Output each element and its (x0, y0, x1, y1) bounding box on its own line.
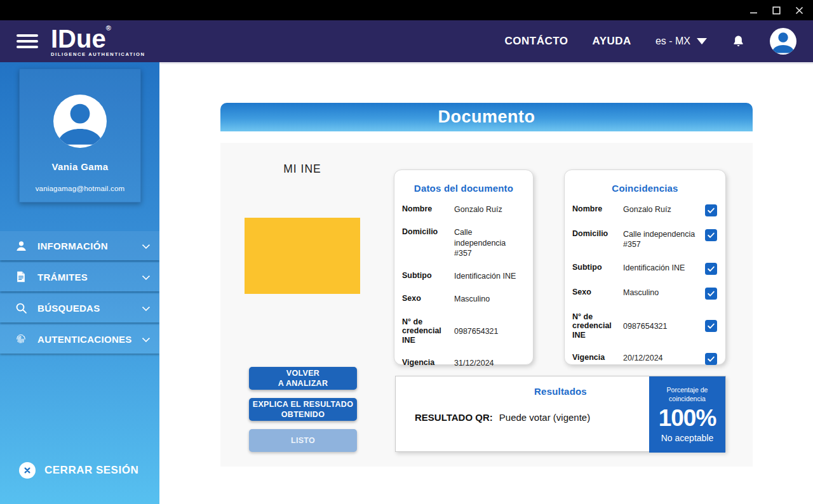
document-icon (14, 270, 28, 283)
match-percentage-caption: Porcentaje de coincidencia (649, 386, 725, 403)
nav-ayuda[interactable]: AYUDA (592, 35, 631, 48)
match-checkbox[interactable] (705, 204, 717, 216)
match-checkbox[interactable] (705, 288, 717, 300)
row-value: 20/12/2024 (623, 353, 700, 363)
results-box: Resultados RESULTADO QR:Puede votar (vig… (395, 376, 726, 452)
data-row-subtipo: Subtipo Identificación INE (402, 271, 525, 281)
match-checkbox[interactable] (705, 263, 717, 275)
checkmark-icon (707, 206, 715, 215)
row-label: N° de credencial INE (402, 317, 449, 345)
hamburger-menu-icon[interactable] (17, 34, 38, 48)
profile-name: Vania Gama (51, 161, 108, 172)
checkmark-icon (707, 265, 715, 273)
document-data-card: Datos del documento Nombre Gonzalo Ruíz … (394, 169, 534, 365)
row-value: 0987654321 (623, 321, 700, 331)
user-avatar[interactable] (770, 28, 796, 55)
row-label: Sexo (572, 288, 618, 297)
explain-result-button[interactable]: EXPLICA EL RESULTADO OBTENIDO (249, 398, 357, 421)
match-checkbox[interactable] (705, 229, 717, 241)
qr-result: RESULTADO QR:Puede votar (vigente) (415, 412, 590, 423)
page-title: Documento (438, 107, 535, 127)
app-header: IDue® DILIGENCE AUTHENTICATION CONTÁCTO … (0, 20, 813, 62)
done-button[interactable]: LISTO (249, 429, 357, 452)
registered-mark: ® (106, 24, 111, 32)
sidebar-item-label: BÚSQUEDAS (37, 303, 100, 314)
card-title: Coincidencias (572, 183, 718, 194)
chevron-down-icon (142, 334, 151, 342)
sidebar-item-busquedas[interactable]: BÚSQUEDAS (0, 293, 159, 322)
sidebar-item-tramites[interactable]: TRÁMITES (0, 262, 159, 291)
sidebar-item-autenticaciones[interactable]: AUTENTICACIONES (0, 324, 159, 354)
row-label: Subtipo (402, 271, 449, 281)
logo-tagline: DILIGENCE AUTHENTICATION (51, 52, 145, 57)
reanalyze-button[interactable]: VOLVER A ANALIZAR (249, 367, 357, 390)
row-value: Masculino (454, 294, 525, 304)
button-label-line: A ANALIZAR (278, 379, 328, 388)
match-row-subtipo: Subtipo Identificación INE (572, 263, 718, 275)
window-titlebar (0, 0, 813, 20)
card-rows: Nombre Gonzalo Ruíz Domicilio Calle inde… (402, 204, 525, 368)
language-selector[interactable]: es - MX (655, 36, 707, 47)
row-label: Nombre (402, 204, 449, 214)
row-label: Sexo (402, 294, 449, 303)
profile-card: Vania Gama vaniagamag@hotmail.com (19, 69, 141, 202)
logo-title: IDue® (51, 26, 145, 51)
row-value: 0987654321 (454, 326, 525, 336)
logout-label: CERRAR SESIÓN (44, 464, 138, 477)
data-row-sexo: Sexo Masculino (402, 294, 525, 304)
minimize-button[interactable] (748, 5, 758, 15)
search-icon (14, 302, 28, 315)
checkmark-icon (707, 231, 715, 239)
data-row-domicilio: Domicilio Calle independencia #357 (402, 227, 525, 258)
row-label: Vigencia (402, 358, 449, 368)
match-percentage-value: 100% (659, 405, 716, 432)
row-value: Gonzalo Ruíz (623, 204, 700, 215)
row-label: N° de credencial INE (572, 312, 618, 340)
nav-contacto[interactable]: CONTÁCTO (504, 35, 568, 48)
document-name-label: MI INE (245, 162, 359, 176)
person-icon (53, 95, 107, 148)
minimize-icon (749, 6, 758, 15)
data-row-vigencia: Vigencia 31/12/2024 (402, 358, 525, 368)
sidebar-item-label: AUTENTICACIONES (37, 334, 132, 345)
close-button[interactable] (794, 5, 804, 15)
person-icon (770, 28, 796, 55)
sidebar-item-label: TRÁMITES (37, 272, 88, 282)
match-checkbox[interactable] (705, 353, 717, 365)
app-window: IDue® DILIGENCE AUTHENTICATION CONTÁCTO … (0, 0, 813, 504)
row-label: Subtipo (572, 263, 618, 272)
row-value: Gonzalo Ruíz (454, 204, 525, 215)
checkmark-icon (707, 322, 715, 330)
match-checkbox[interactable] (705, 320, 717, 332)
fingerprint-icon (14, 333, 28, 345)
profile-avatar (53, 95, 107, 148)
card-rows: Nombre Gonzalo Ruíz Domicilio Calle inde… (572, 204, 718, 365)
checkmark-icon (707, 289, 715, 298)
main-content: Documento MI INE VOLVER A ANALIZAR EXPLI… (159, 62, 813, 504)
chevron-down-icon (142, 303, 151, 311)
sidebar-item-informacion[interactable]: INFORMACIÓN (0, 231, 159, 260)
match-row-domicilio: Domicilio Calle independencia #357 (572, 229, 718, 250)
row-label: Domicilio (572, 229, 618, 239)
notifications-button[interactable] (731, 34, 746, 49)
row-value: Identificación INE (623, 263, 700, 273)
language-value: es - MX (655, 36, 690, 47)
maximize-button[interactable] (771, 5, 781, 15)
match-row-sexo: Sexo Masculino (572, 288, 718, 300)
match-row-vigencia: Vigencia 20/12/2024 (572, 353, 718, 365)
row-label: Nombre (572, 204, 618, 214)
button-label-line: VOLVER (286, 369, 319, 378)
qr-result-label: RESULTADO QR: (415, 412, 493, 423)
row-value: Masculino (623, 288, 700, 298)
matches-card: Coincidencias Nombre Gonzalo Ruíz Domici… (564, 169, 726, 365)
sidebar-item-label: INFORMACIÓN (37, 241, 108, 251)
logout-button[interactable]: CERRAR SESIÓN (19, 462, 138, 479)
close-icon (795, 6, 803, 15)
document-image-placeholder (245, 218, 360, 294)
data-row-nombre: Nombre Gonzalo Ruíz (402, 204, 525, 215)
button-label-line: EXPLICA EL RESULTADO (253, 400, 353, 409)
qr-result-value: Puede votar (vigente) (499, 412, 590, 423)
header-actions: CONTÁCTO AYUDA es - MX (504, 28, 796, 55)
match-row-nombre: Nombre Gonzalo Ruíz (572, 204, 718, 216)
data-row-credencial: N° de credencial INE 0987654321 (402, 317, 525, 345)
